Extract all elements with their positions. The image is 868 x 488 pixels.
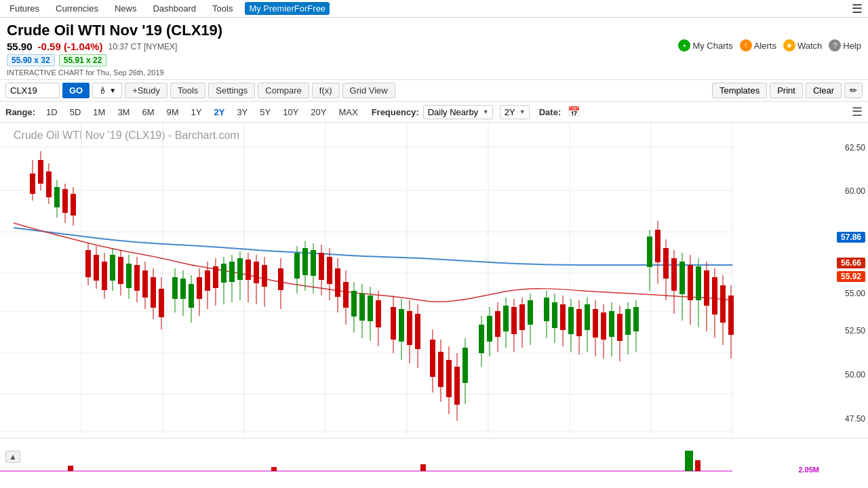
go-button[interactable]: GO [62, 83, 90, 98]
chart-type-button[interactable]: 🕯 ▼ [92, 83, 122, 98]
range-label: Range: [5, 107, 35, 117]
svg-rect-40 [126, 264, 132, 288]
svg-rect-58 [205, 270, 210, 291]
svg-rect-122 [503, 306, 509, 331]
svg-rect-164 [688, 265, 693, 300]
period-select[interactable]: 2Y 1Y 3Y [500, 105, 530, 119]
compare-button[interactable]: Compare [258, 83, 309, 98]
nav-currencies[interactable]: Currencies [52, 2, 102, 15]
nav-premier[interactable]: My PremierForFree [245, 2, 330, 15]
svg-rect-112 [454, 367, 460, 405]
range-9m[interactable]: 9M [163, 106, 183, 119]
svg-rect-106 [430, 340, 435, 377]
svg-rect-34 [102, 262, 107, 290]
symbol-name: Crude Oil WTI Nov '19 (CLX19) [7, 22, 222, 39]
header: Crude Oil WTI Nov '19 (CLX19) 55.90 -0.5… [0, 18, 868, 80]
alerts-label: Alerts [754, 41, 776, 51]
range-right: ☰ [852, 104, 863, 119]
svg-rect-66 [237, 258, 243, 280]
watch-btn[interactable]: ★ Watch [783, 39, 822, 52]
range-1m[interactable]: 1M [89, 106, 109, 119]
nav-right: ☰ [852, 1, 863, 16]
settings-button[interactable]: Settings [208, 83, 255, 98]
svg-rect-172 [720, 285, 726, 323]
svg-rect-52 [180, 279, 186, 299]
interactive-label: INTERACTIVE CHART for Thu, Sep 26th, 201… [7, 68, 861, 77]
svg-rect-102 [407, 311, 412, 345]
my-charts-btn[interactable]: + My Charts [678, 39, 732, 52]
range-3y[interactable]: 3Y [233, 106, 252, 119]
nav-dashboard[interactable]: Dashboard [149, 2, 200, 15]
svg-rect-176 [68, 466, 73, 471]
svg-rect-166 [696, 266, 701, 300]
svg-rect-116 [479, 325, 484, 353]
svg-rect-178 [420, 464, 426, 471]
frequency-label: Frequency: [372, 107, 419, 117]
menu-icon[interactable]: ☰ [852, 2, 863, 16]
period-dropdown-wrapper[interactable]: 2Y 1Y 3Y [500, 105, 530, 119]
watch-label: Watch [797, 41, 822, 51]
chart-container: Crude Oil WTI Nov '19 (CLX19) - Barchart… [0, 123, 868, 475]
grid-view-button[interactable]: Grid View [342, 83, 395, 98]
add-study-button[interactable]: +Study [125, 83, 167, 98]
frequency-dropdown-wrapper[interactable]: Daily Nearby Weekly Monthly [423, 105, 493, 119]
svg-rect-30 [85, 250, 91, 277]
print-button[interactable]: Print [770, 83, 803, 98]
svg-rect-42 [134, 265, 140, 291]
chart-main[interactable]: Crude Oil WTI Nov '19 (CLX19) - Barchart… [0, 123, 868, 438]
price-label-5786: 57.86 [837, 232, 865, 242]
range-6m[interactable]: 6M [138, 106, 158, 119]
price-main: 55.90 [7, 41, 33, 52]
svg-rect-136 [568, 307, 574, 334]
price-change: -0.59 (-1.04%) [38, 41, 103, 52]
range-2y[interactable]: 2Y [210, 106, 229, 119]
svg-rect-124 [511, 307, 517, 334]
price-label-5250: 52.50 [845, 326, 865, 336]
range-5y[interactable]: 5Y [256, 106, 275, 119]
range-5d[interactable]: 5D [66, 106, 85, 119]
symbol-title: Crude Oil WTI Nov '19 (CLX19) [7, 22, 861, 39]
chart-svg [0, 123, 773, 434]
symbol-input[interactable] [5, 83, 60, 98]
volume-label: 2.05M [798, 466, 819, 474]
tools-button[interactable]: Tools [170, 83, 205, 98]
toolbar-right: Templates Print Clear ✏ [712, 83, 863, 98]
range-1y[interactable]: 1Y [187, 106, 206, 119]
svg-rect-114 [462, 348, 468, 383]
svg-rect-170 [712, 277, 717, 314]
badge-5786: 57.86 [837, 232, 865, 243]
date-picker-icon[interactable]: 📅 [568, 106, 580, 118]
svg-rect-78 [302, 248, 308, 275]
hamburger-menu[interactable]: ☰ [852, 104, 863, 119]
range-20y[interactable]: 20Y [307, 106, 330, 119]
alerts-btn[interactable]: ! Alerts [740, 39, 776, 52]
edit-button[interactable]: ✏ [844, 83, 863, 98]
range-10y[interactable]: 10Y [279, 106, 302, 119]
collapse-arrow[interactable]: ▲ [5, 451, 20, 463]
help-btn[interactable]: ? Help [829, 39, 861, 52]
nav-tools[interactable]: Tools [208, 2, 237, 15]
svg-rect-24 [54, 187, 60, 207]
svg-rect-88 [343, 282, 349, 308]
fx-button[interactable]: f(x) [312, 83, 340, 98]
svg-rect-180 [695, 460, 701, 471]
price-label-5500: 55.00 [845, 289, 865, 298]
svg-rect-132 [552, 302, 557, 328]
templates-button[interactable]: Templates [712, 83, 767, 98]
svg-rect-96 [376, 300, 381, 327]
svg-rect-100 [399, 309, 404, 342]
range-3m[interactable]: 3M [113, 106, 134, 119]
candlestick-icon: 🕯 [98, 85, 107, 96]
nav-news[interactable]: News [111, 2, 141, 15]
clear-button[interactable]: Clear [806, 83, 842, 98]
svg-rect-156 [655, 230, 660, 262]
my-charts-label: My Charts [692, 41, 732, 51]
range-1d[interactable]: 1D [42, 106, 62, 119]
nav-futures[interactable]: Futures [5, 2, 43, 15]
range-max[interactable]: MAX [334, 106, 361, 119]
svg-rect-144 [601, 312, 606, 340]
svg-rect-18 [30, 174, 35, 194]
svg-rect-154 [647, 237, 652, 267]
frequency-select[interactable]: Daily Nearby Weekly Monthly [423, 105, 493, 119]
svg-rect-126 [519, 304, 525, 330]
